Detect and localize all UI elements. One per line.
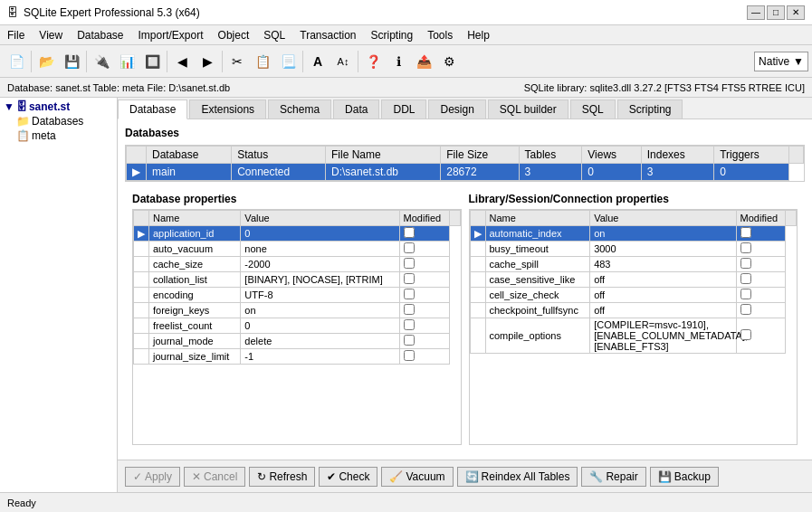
tab-sql[interactable]: SQL [570, 100, 616, 119]
apply-button[interactable]: ✓ Apply [125, 467, 180, 487]
toolbar-btn8[interactable]: ✂ [224, 49, 250, 74]
toolbar-btn6[interactable]: ◀ [169, 49, 195, 74]
cancel-button[interactable]: ✕ Cancel [184, 467, 245, 487]
toolbar-new[interactable]: 📄 [4, 49, 29, 74]
lib-prop-modified [736, 257, 785, 272]
prop-modified [399, 272, 449, 288]
maximize-button[interactable]: □ [767, 5, 785, 20]
table-row[interactable]: journal_size_limit -1 [134, 349, 461, 365]
table-row[interactable]: cache_size -2000 [134, 257, 461, 272]
toolbar-info[interactable]: ℹ [386, 49, 411, 74]
refresh-icon: ↻ [257, 470, 266, 483]
prop-value: on [241, 303, 399, 318]
menu-help[interactable]: Help [460, 25, 497, 44]
menu-file[interactable]: File [0, 25, 32, 44]
table-row[interactable]: cache_spill 483 [470, 257, 797, 272]
modified-checkbox[interactable] [404, 258, 415, 269]
refresh-button[interactable]: ↻ Refresh [249, 467, 315, 487]
table-row[interactable]: journal_mode delete [134, 334, 461, 349]
tab-ddl[interactable]: DDL [381, 100, 426, 119]
table-row[interactable]: ▶ application_id 0 [134, 226, 461, 242]
table-row[interactable]: case_sensitive_like off [470, 272, 797, 288]
toolbar-save[interactable]: 💾 [59, 49, 84, 74]
table-row[interactable]: collation_list [BINARY], [NOCASE], [RTRI… [134, 272, 461, 288]
table-row[interactable]: freelist_count 0 [134, 318, 461, 334]
menu-transaction[interactable]: Transaction [292, 25, 363, 44]
menu-sql[interactable]: SQL [256, 25, 292, 44]
tab-extensions[interactable]: Extensions [189, 100, 266, 119]
modified-checkbox[interactable] [404, 273, 415, 284]
menu-import-export[interactable]: Import/Export [131, 25, 211, 44]
modified-checkbox[interactable] [740, 304, 751, 315]
row-indicator [470, 242, 485, 257]
toolbar-btn4[interactable]: 📊 [114, 49, 139, 74]
table-row[interactable]: compile_options [COMPILER=msvc-1910], [E… [470, 318, 797, 354]
tab-schema[interactable]: Schema [268, 100, 331, 119]
reindex-button[interactable]: 🔄 Reindex All Tables [457, 467, 578, 487]
vacuum-button[interactable]: 🧹 Vacuum [381, 467, 453, 487]
minimize-button[interactable]: — [747, 5, 765, 20]
table-row[interactable]: ▶ main Connected D:\sanet.st.db 28672 3 … [127, 164, 804, 181]
db-views: 0 [582, 164, 642, 181]
modified-checkbox[interactable] [740, 227, 751, 238]
modified-checkbox[interactable] [404, 335, 415, 346]
table-row[interactable]: cell_size_check off [470, 288, 797, 303]
toolbar-settings[interactable]: ⚙ [436, 49, 462, 74]
toolbar-btn3[interactable]: 🔌 [89, 49, 114, 74]
check-label: Check [339, 470, 369, 483]
modified-checkbox[interactable] [404, 227, 415, 238]
row-indicator [134, 242, 149, 257]
modified-checkbox[interactable] [404, 319, 415, 330]
table-row[interactable]: encoding UTF-8 [134, 288, 461, 303]
table-row[interactable]: foreign_keys on [134, 303, 461, 318]
tree-item-meta[interactable]: 📋 meta [2, 128, 115, 143]
tab-database[interactable]: Database [118, 100, 187, 119]
tab-sql-builder[interactable]: SQL builder [488, 100, 568, 119]
modified-checkbox[interactable] [740, 273, 751, 284]
table-row[interactable]: auto_vacuum none [134, 242, 461, 257]
menu-object[interactable]: Object [211, 25, 257, 44]
modified-checkbox[interactable] [740, 258, 751, 269]
tab-design[interactable]: Design [428, 100, 485, 119]
table-row[interactable]: checkpoint_fullfsync off [470, 303, 797, 318]
modified-checkbox[interactable] [404, 350, 415, 361]
menu-scripting[interactable]: Scripting [364, 25, 421, 44]
menu-view[interactable]: View [32, 25, 70, 44]
tree-root[interactable]: ▼ 🗄 sanet.st [2, 100, 115, 114]
tab-scripting[interactable]: Scripting [617, 100, 683, 119]
prop-name: auto_vacuum [149, 242, 241, 257]
modified-checkbox[interactable] [404, 289, 415, 299]
tree-item-databases[interactable]: 📁 Databases [2, 114, 115, 128]
modified-checkbox[interactable] [740, 242, 751, 253]
tree-item-databases-label: Databases [32, 115, 83, 128]
table-row[interactable]: busy_timeout 3000 [470, 242, 797, 257]
backup-button[interactable]: 💾 Backup [650, 467, 719, 487]
toolbar-btn7[interactable]: ▶ [195, 49, 220, 74]
toolbar-fontA[interactable]: A [305, 49, 330, 74]
toolbar-fontA2[interactable]: A↕ [330, 49, 356, 74]
repair-button[interactable]: 🔧 Repair [581, 467, 645, 487]
toolbar-open[interactable]: 📂 [33, 49, 59, 74]
status-bar: Ready [0, 492, 812, 512]
menu-tools[interactable]: Tools [420, 25, 460, 44]
modified-checkbox[interactable] [740, 329, 751, 340]
tab-data[interactable]: Data [333, 100, 379, 119]
modified-checkbox[interactable] [404, 304, 415, 315]
menu-database[interactable]: Database [70, 25, 130, 44]
refresh-label: Refresh [269, 470, 307, 483]
vacuum-label: Vacuum [406, 470, 444, 483]
prop-col-value: Value [241, 211, 399, 226]
table-row[interactable]: ▶ automatic_index on [470, 226, 797, 242]
toolbar-help[interactable]: ❓ [360, 49, 386, 74]
toolbar-btn9[interactable]: 📋 [250, 49, 275, 74]
toolbar-btn5[interactable]: 🔲 [139, 49, 165, 74]
prop-value: none [241, 242, 399, 257]
toolbar-btn10[interactable]: 📃 [275, 49, 301, 74]
native-dropdown[interactable]: Native ▼ [754, 52, 808, 71]
close-button[interactable]: ✕ [787, 5, 805, 20]
toolbar-export[interactable]: 📤 [411, 49, 436, 74]
modified-checkbox[interactable] [404, 242, 415, 253]
prop-name: application_id [149, 226, 241, 242]
modified-checkbox[interactable] [740, 289, 751, 299]
check-button[interactable]: ✔ Check [319, 467, 377, 487]
